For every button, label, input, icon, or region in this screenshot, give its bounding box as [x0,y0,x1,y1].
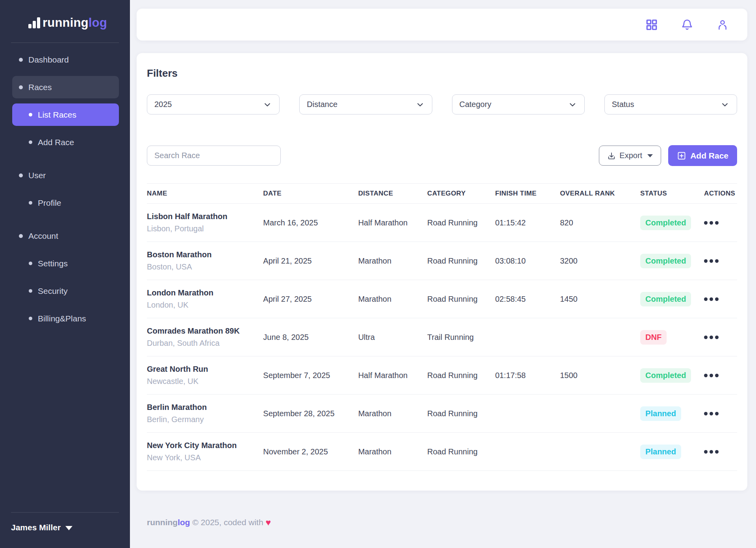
export-button[interactable]: Export [599,146,661,166]
filter-select-value: Distance [307,100,337,109]
race-distance: Marathon [358,242,427,280]
heart-icon: ♥ [265,517,271,528]
sidebar-footer: James Miller [0,512,130,548]
status-badge: Completed [640,254,691,268]
race-overall-rank: 3200 [560,242,640,280]
race-finish-time: 01:15:42 [495,204,560,242]
row-actions-menu-button[interactable] [704,336,737,339]
column-header-actions: ACTIONS [704,184,737,204]
race-date: June 8, 2025 [263,318,358,356]
race-finish-time: 01:17:58 [495,356,560,395]
sidebar-item-dashboard[interactable]: Dashboard [12,48,119,71]
status-badge: DNF [640,330,667,345]
race-date: April 27, 2025 [263,280,358,318]
race-distance: Half Marathon [358,204,427,242]
chevron-down-icon [569,101,576,109]
races-table: NAMEDATEDISTANCECATEGORYFINISH TIMEOVERA… [147,183,737,471]
row-actions-menu-button[interactable] [704,221,737,225]
filter-select-status[interactable]: Status [604,94,737,114]
add-race-button[interactable]: Add Race [668,145,737,166]
sidebar-item-label: Security [38,286,68,296]
sidebar-item-label: List Races [38,110,76,120]
race-distance: Marathon [358,433,427,471]
races-table-body: Lisbon Half MarathonLisbon, PortugalMarc… [147,204,737,471]
race-name: Lisbon Half Marathon [147,212,263,221]
bullet-icon [29,113,32,116]
sidebar-item-list-races[interactable]: List Races [12,103,119,126]
user-menu[interactable]: James Miller [0,513,130,548]
chevron-down-icon [416,101,424,109]
row-actions-menu-button[interactable] [704,259,737,263]
race-name: Berlin Marathon [147,403,263,412]
chevron-down-icon [721,101,729,109]
profile-button[interactable] [716,18,729,31]
apps-grid-button[interactable] [645,18,658,31]
footer-text: © 2025, coded with [190,518,266,527]
chevron-down-icon [263,101,271,109]
race-location: Newcastle, UK [147,377,263,386]
row-actions-menu-button[interactable] [704,450,737,454]
race-category: Road Running [427,433,495,471]
sidebar-item-label: Settings [38,259,68,268]
filter-select-value: 2025 [154,100,172,109]
user-name: James Miller [11,523,61,532]
race-overall-rank [560,433,640,471]
race-row-great-north-run: Great North RunNewcastle, UKSeptember 7,… [147,356,737,395]
bullet-icon [29,317,32,320]
race-overall-rank: 820 [560,204,640,242]
sidebar-item-user[interactable]: User [12,164,119,186]
filter-select-value: Category [460,100,491,109]
filter-select-value: Status [612,100,634,109]
sidebar-item-label: Billing&Plans [38,314,86,323]
row-actions-menu-button[interactable] [704,412,737,415]
status-badge: Planned [640,406,681,421]
search-input[interactable] [147,146,281,166]
race-finish-time [495,318,560,356]
filter-select-category[interactable]: Category [452,94,585,114]
race-distance: Half Marathon [358,356,427,395]
bullet-icon [19,173,23,177]
status-badge: Planned [640,445,681,459]
filter-select-distance[interactable]: Distance [299,94,432,114]
sidebar-item-races[interactable]: Races [12,76,119,98]
race-overall-rank: 1450 [560,280,640,318]
bullet-icon [29,289,32,293]
race-location: New York, USA [147,453,263,462]
race-category: Road Running [427,280,495,318]
filters-title: Filters [147,67,737,79]
race-row-new-york-city-marathon: New York City MarathonNew York, USANovem… [147,433,737,471]
race-category: Trail Running [427,318,495,356]
row-actions-menu-button[interactable] [704,374,737,377]
apps-grid-icon [645,18,658,31]
status-badge: Completed [640,216,691,230]
bar-chart-logo-icon [28,17,40,30]
column-header-status: STATUS [640,184,704,204]
race-finish-time [495,433,560,471]
sidebar-item-label: User [28,171,46,180]
race-overall-rank [560,318,640,356]
race-category: Road Running [427,242,495,280]
race-overall-rank: 1500 [560,356,640,395]
sidebar-item-settings[interactable]: Settings [12,252,119,275]
race-name: Comrades Marathon 89K [147,327,263,336]
filter-select-2025[interactable]: 2025 [147,94,280,114]
download-icon [607,151,616,160]
race-name: London Marathon [147,288,263,297]
race-finish-time [495,395,560,433]
sidebar-item-add-race[interactable]: Add Race [12,131,119,153]
sidebar-item-profile[interactable]: Profile [12,192,119,214]
notifications-button[interactable] [680,18,694,31]
race-category: Road Running [427,356,495,395]
topbar [137,9,747,41]
race-row-berlin-marathon: Berlin MarathonBerlin, GermanySeptember … [147,395,737,433]
race-overall-rank [560,395,640,433]
race-date: April 21, 2025 [263,242,358,280]
sidebar-item-billing-plans[interactable]: Billing&Plans [12,307,119,330]
sidebar-item-security[interactable]: Security [12,280,119,302]
sidebar-item-account[interactable]: Account [12,225,119,247]
bullet-icon [19,58,23,62]
race-date: September 7, 2025 [263,356,358,395]
row-actions-menu-button[interactable] [704,297,737,301]
race-distance: Marathon [358,395,427,433]
footer: runninglog © 2025, coded with ♥ [137,517,747,528]
